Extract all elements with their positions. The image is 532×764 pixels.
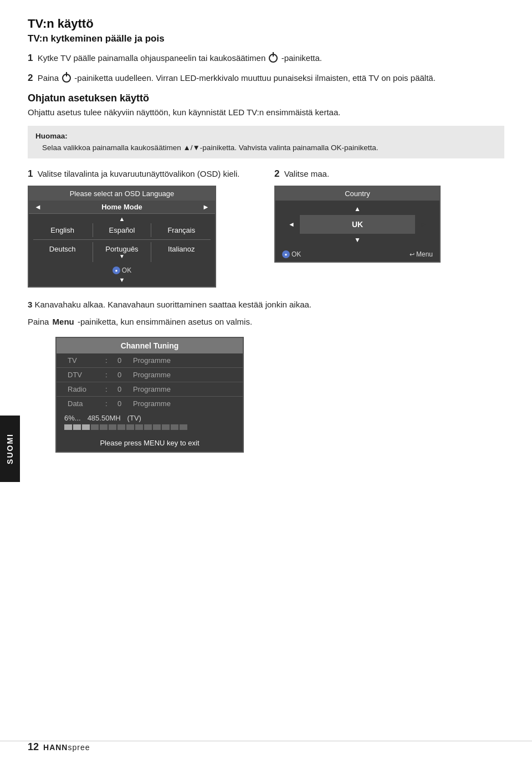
step3-text1: Kanavahaku alkaa. Kanavahaun suorittamin… bbox=[35, 300, 312, 309]
tuning-percent: 6%... bbox=[64, 414, 81, 422]
country-down-row: ▼ bbox=[283, 236, 432, 244]
step1-num: 1 bbox=[28, 53, 33, 63]
tuning-dtv-num: 0 bbox=[117, 371, 129, 379]
tuning-row-data: Data : 0 Programme bbox=[57, 397, 243, 411]
osd-lang-portugues: Português ▼ bbox=[93, 242, 151, 262]
tuning-data-num: 0 bbox=[117, 399, 129, 408]
tuning-title: Channel Tuning bbox=[57, 338, 243, 353]
step-col-2: 2 Valitse maa. Country ▲ ◄ UK ► bbox=[274, 167, 504, 263]
osd-up-arrow: ▲ bbox=[119, 216, 125, 222]
step-col1-text: Valitse tilavalinta ja kuvaruutunäyttöva… bbox=[38, 169, 240, 178]
tuning-row-dtv: DTV : 0 Programme bbox=[57, 368, 243, 382]
note-title: Huomaa: bbox=[35, 132, 68, 140]
channel-tuning-box: Channel Tuning TV : 0 Programme DTV : 0 … bbox=[55, 337, 244, 453]
country-menu-icon: ↩ bbox=[410, 251, 415, 258]
tuning-tv-label: TV bbox=[68, 356, 101, 365]
step3-menu-text: Paina Menu -painiketta, kun ensimmäinen … bbox=[28, 316, 504, 329]
country-box: Country ▲ ◄ UK ► bbox=[274, 186, 441, 263]
osd-bottom-bar: ● OK bbox=[29, 264, 215, 275]
osd-left-arrow: ◄ bbox=[34, 203, 42, 211]
step-col2-text: Valitse maa. bbox=[284, 169, 329, 178]
page-subtitle: TV:n kytkeminen päälle ja pois bbox=[28, 33, 504, 44]
footer-hann: HANN bbox=[43, 743, 68, 752]
osd-lang-italianoz: Italianoz bbox=[152, 242, 211, 262]
osd-up-arrow-row: ▲ bbox=[29, 214, 215, 222]
country-value: UK bbox=[300, 215, 415, 234]
osd-home-mode: Home Mode bbox=[101, 203, 142, 211]
tuning-tv-prog: Programme bbox=[133, 356, 171, 365]
tuning-data-colon: : bbox=[105, 399, 113, 408]
country-left-arrow: ◄ bbox=[283, 215, 300, 234]
tuning-data-prog: Programme bbox=[133, 399, 171, 408]
tuning-bar-segment-3 bbox=[91, 424, 99, 430]
step-col-1: 1 Valitse tilavalinta ja kuvaruutunäyttö… bbox=[28, 167, 258, 288]
footer: 12 HANNspree bbox=[0, 741, 532, 753]
country-menu-button: ↩ Menu bbox=[410, 250, 433, 258]
step3-intro: 3 Kanavahaku alkaa. Kanavahaun suorittam… bbox=[28, 299, 504, 311]
country-bottom-bar: ● OK ↩ Menu bbox=[275, 248, 439, 261]
osd-ok-circle: ● bbox=[112, 266, 120, 274]
osd-language-box: Please select an OSD Language ◄ Home Mod… bbox=[28, 186, 216, 288]
tuning-bar-segment-11 bbox=[162, 424, 170, 430]
step2-paina: Paina bbox=[38, 73, 59, 83]
note-box: Huomaa: Selaa valikkoa painamalla kaukos… bbox=[28, 126, 504, 158]
tuning-radio-colon: : bbox=[105, 385, 113, 393]
section-desc: Ohjattu asetus tulee näkyviin näyttöön, … bbox=[28, 106, 504, 119]
tuning-bar-segment-4 bbox=[100, 424, 108, 430]
step2-text: 2 Paina -painiketta uudelleen. Virran LE… bbox=[28, 71, 504, 85]
country-title: Country bbox=[275, 187, 439, 201]
step3-paina: Paina bbox=[28, 317, 49, 326]
tuning-bar-segment-9 bbox=[144, 424, 152, 430]
footer-brand: HANNspree bbox=[43, 743, 90, 752]
step-col2-num: 2 bbox=[274, 168, 279, 179]
osd-lang-english: English bbox=[33, 223, 91, 237]
tuning-tv-colon: : bbox=[105, 356, 113, 365]
osd-home-row: ◄ Home Mode ► bbox=[29, 201, 215, 214]
step-col1-label: 1 Valitse tilavalinta ja kuvaruutunäyttö… bbox=[28, 167, 258, 181]
step3-menu-label: Menu bbox=[53, 317, 74, 326]
footer-spree: spree bbox=[68, 743, 90, 752]
power-icon-2 bbox=[62, 74, 71, 83]
osd-ok-label: OK bbox=[122, 266, 131, 274]
osd-ok-button: ● OK bbox=[112, 266, 131, 274]
tuning-bar-segment-2 bbox=[82, 424, 90, 430]
country-ok-circle: ● bbox=[282, 250, 290, 258]
tuning-percent-line: 6%... 485.50MH (TV) bbox=[64, 414, 235, 422]
tuning-radio-label: Radio bbox=[68, 385, 101, 393]
step-col2-label: 2 Valitse maa. bbox=[274, 167, 504, 181]
country-ok-label: OK bbox=[291, 250, 301, 258]
osd-title: Please select an OSD Language bbox=[29, 187, 215, 201]
country-down-arrow: ▼ bbox=[354, 236, 361, 244]
power-icon-1 bbox=[269, 54, 278, 63]
tuning-bar-segment-7 bbox=[126, 424, 134, 430]
country-grid-container: ▲ ◄ UK ► ▼ bbox=[275, 201, 439, 248]
osd-lang-espanol: Español bbox=[93, 223, 151, 237]
tuning-bar bbox=[64, 424, 235, 430]
tuning-bar-segment-0 bbox=[64, 424, 72, 430]
country-right-arrow-icon: ► bbox=[420, 221, 427, 228]
country-menu-label: Menu bbox=[416, 250, 433, 258]
osd-portugues-down: ▼ bbox=[94, 253, 149, 259]
osd-lang-row2: Deutsch Português ▼ Italianoz bbox=[29, 240, 215, 264]
country-ok-button: ● OK bbox=[282, 250, 301, 258]
osd-lang-row1: English Español Français bbox=[29, 222, 215, 239]
tuning-progress-section: 6%... 485.50MH (TV) bbox=[57, 411, 243, 435]
tuning-exit-text: Please press MENU key to exit bbox=[57, 435, 243, 452]
tuning-bar-segment-8 bbox=[135, 424, 143, 430]
country-up-row: ▲ bbox=[283, 205, 432, 213]
tuning-bar-segment-12 bbox=[171, 424, 178, 430]
sidebar-suomi-label: SUOMI bbox=[0, 416, 20, 482]
tuning-tv-num: 0 bbox=[117, 356, 129, 365]
osd-lang-francais: Français bbox=[152, 223, 211, 237]
tuning-row-radio: Radio : 0 Programme bbox=[57, 382, 243, 397]
page-title: TV:n käyttö bbox=[28, 17, 504, 31]
tuning-data-label: Data bbox=[68, 399, 101, 408]
step3-num: 3 bbox=[28, 300, 32, 309]
tuning-bar-segment-6 bbox=[117, 424, 125, 430]
step2-num: 2 bbox=[28, 73, 33, 83]
osd-external-down-arrow: ▼ bbox=[29, 276, 215, 283]
tuning-dtv-prog: Programme bbox=[133, 371, 171, 379]
osd-portugues-text: Português bbox=[94, 245, 149, 253]
country-middle-row: ◄ UK ► bbox=[283, 215, 432, 234]
tuning-bar-segment-1 bbox=[73, 424, 81, 430]
